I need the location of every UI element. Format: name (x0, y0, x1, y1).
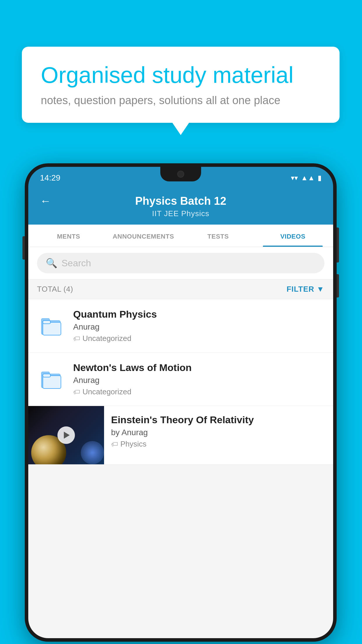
video-tag: 🏷 Physics (111, 440, 326, 449)
status-bar: 14:29 ▾▾ ▲▲ ▮ (28, 167, 333, 189)
video-author: Anurag (73, 322, 324, 332)
app-screen: ← Physics Batch 12 IIT JEE Physics MENTS… (28, 189, 333, 638)
folder-icon (37, 363, 66, 395)
phone-volume-button (22, 236, 25, 260)
tag-icon: 🏷 (73, 335, 80, 343)
tag-icon: 🏷 (111, 440, 118, 448)
video-title: Newton's Laws of Motion (73, 362, 324, 373)
svg-rect-6 (43, 376, 61, 388)
search-icon: 🔍 (46, 258, 57, 269)
total-count-label: TOTAL (4) (37, 285, 73, 294)
wifi-icon: ▾▾ (291, 174, 298, 182)
video-item-info: Einstein's Theory Of Relativity by Anura… (104, 406, 333, 457)
tab-ments[interactable]: MENTS (31, 225, 106, 247)
video-list: Quantum Physics Anurag 🏷 Uncategorized (28, 299, 333, 465)
speech-bubble-heading: Organised study material (41, 63, 321, 88)
list-item[interactable]: Quantum Physics Anurag 🏷 Uncategorized (28, 299, 333, 353)
video-title: Quantum Physics (73, 309, 324, 320)
play-triangle-icon (64, 432, 70, 439)
tag-icon: 🏷 (73, 388, 80, 396)
speech-bubble-card: Organised study material notes, question… (22, 47, 340, 123)
video-item-info: Newton's Laws of Motion Anurag 🏷 Uncateg… (73, 362, 324, 396)
video-title: Einstein's Theory Of Relativity (111, 414, 326, 426)
tabs-bar: MENTS ANNOUNCEMENTS TESTS VIDEOS (28, 225, 333, 247)
phone-power-button (337, 228, 339, 262)
filter-button[interactable]: FILTER ▼ (287, 285, 324, 294)
phone-notch (160, 167, 201, 181)
app-title: Physics Batch 12 (135, 195, 226, 207)
phone-camera (177, 171, 184, 178)
list-item[interactable]: Newton's Laws of Motion Anurag 🏷 Uncateg… (28, 353, 333, 406)
filter-funnel-icon: ▼ (317, 285, 324, 294)
svg-rect-3 (43, 321, 50, 324)
filter-label: FILTER (287, 285, 314, 294)
app-subtitle: IIT JEE Physics (152, 209, 210, 218)
phone-mockup: 14:29 ▾▾ ▲▲ ▮ ← Physics Batch 12 IIT JEE… (25, 163, 337, 642)
search-placeholder: Search (61, 258, 91, 269)
battery-icon: ▮ (318, 174, 321, 182)
search-container: 🔍 Search (28, 247, 333, 279)
speech-bubble-subtext: notes, question papers, solutions all at… (41, 94, 321, 107)
tab-tests[interactable]: TESTS (181, 225, 256, 247)
signal-icon: ▲▲ (301, 174, 315, 182)
phone-body: 14:29 ▾▾ ▲▲ ▮ ← Physics Batch 12 IIT JEE… (25, 163, 337, 642)
tab-videos[interactable]: VIDEOS (256, 225, 331, 247)
search-bar[interactable]: 🔍 Search (37, 253, 324, 273)
video-author: Anurag (73, 376, 324, 385)
tag-label: Uncategorized (82, 334, 131, 343)
status-time: 14:29 (40, 173, 60, 183)
list-item[interactable]: Einstein's Theory Of Relativity by Anura… (28, 406, 333, 465)
tab-announcements[interactable]: ANNOUNCEMENTS (106, 225, 181, 247)
play-button[interactable] (57, 426, 75, 444)
app-header: ← Physics Batch 12 IIT JEE Physics (28, 189, 333, 225)
tag-label: Physics (120, 440, 147, 449)
header-row: ← Physics Batch 12 (40, 195, 321, 207)
tag-label: Uncategorized (82, 387, 131, 396)
glow-decoration (81, 441, 104, 464)
video-thumbnail (28, 406, 104, 464)
folder-icon (37, 310, 66, 342)
video-tag: 🏷 Uncategorized (73, 387, 324, 396)
video-tag: 🏷 Uncategorized (73, 334, 324, 343)
back-button[interactable]: ← (40, 195, 51, 207)
svg-rect-7 (43, 374, 50, 377)
phone-side-button-2 (337, 274, 339, 298)
video-author: by Anurag (111, 428, 326, 437)
svg-rect-2 (43, 322, 61, 335)
status-icons: ▾▾ ▲▲ ▮ (291, 174, 321, 182)
total-filter-bar: TOTAL (4) FILTER ▼ (28, 279, 333, 299)
video-item-info: Quantum Physics Anurag 🏷 Uncategorized (73, 309, 324, 343)
